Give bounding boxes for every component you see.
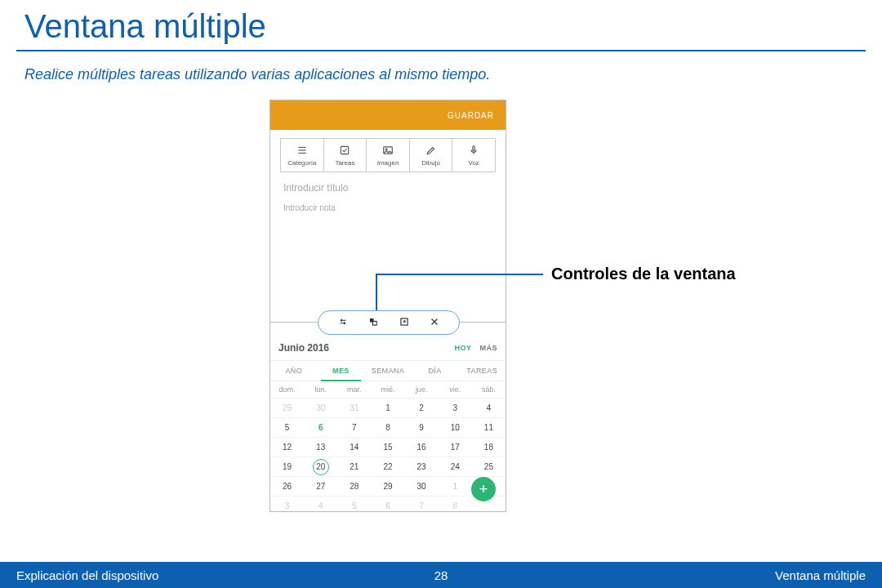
calendar-day[interactable]: 10: [439, 418, 472, 437]
notes-app-header: GUARDAR: [270, 100, 506, 130]
tool-label: Tareas: [335, 159, 354, 167]
calendar-day[interactable]: 6: [304, 418, 337, 437]
calendar-day[interactable]: 26: [270, 477, 304, 496]
tool-label: Imagen: [377, 159, 399, 167]
tool-label: Voz: [469, 159, 479, 167]
calendar-row: 567891011: [270, 417, 506, 437]
today-button[interactable]: HOY: [454, 344, 471, 352]
calendar-day[interactable]: 22: [371, 457, 404, 476]
swap-icon[interactable]: [337, 316, 349, 330]
drag-content-icon[interactable]: [368, 316, 379, 330]
more-button[interactable]: MÁS: [480, 344, 498, 352]
dow-label: mié.: [371, 381, 404, 398]
notes-toolbar: Categoría Tareas Imagen: [280, 138, 496, 172]
footer-topic: Ventana múltiple: [775, 568, 866, 582]
calendar-day[interactable]: 19: [270, 457, 304, 476]
calendar-day[interactable]: 4: [472, 399, 506, 417]
calendar-day[interactable]: 1: [371, 399, 404, 417]
calendar-day: 31: [337, 399, 371, 417]
calendar-row: 19202122232425: [270, 457, 506, 476]
calendar-day: 8: [439, 497, 472, 515]
calendar-day: 29: [270, 399, 304, 417]
note-title-field[interactable]: Introducir título: [270, 177, 506, 198]
svg-point-5: [385, 148, 387, 149]
title-divider: [16, 50, 866, 51]
calendar-tab[interactable]: TAREAS: [458, 361, 506, 381]
calendar-day[interactable]: 7: [337, 418, 371, 437]
dow-label: vie.: [439, 381, 472, 398]
page-subtitle: Realice múltiples tareas utilizando vari…: [0, 66, 882, 100]
callout-connector: [376, 274, 377, 310]
page-title: Ventana múltiple: [0, 0, 882, 50]
tool-image[interactable]: Imagen: [367, 139, 410, 172]
calendar-day: 1: [439, 477, 472, 496]
calendar-day[interactable]: 16: [405, 438, 439, 457]
calendar-view-tabs: AÑOMESSEMANADÍATAREAS: [270, 360, 506, 381]
dow-label: lun.: [304, 381, 337, 398]
calendar-day[interactable]: 8: [371, 418, 404, 437]
callout-label: Controles de la ventana: [551, 265, 736, 283]
calendar-tab[interactable]: AÑO: [270, 361, 318, 381]
dow-label: dom.: [270, 381, 304, 398]
calendar-day[interactable]: 18: [472, 438, 506, 457]
calendar-day: 4: [304, 497, 337, 515]
calendar-row: 262728293012: [270, 476, 506, 496]
calendar-tab[interactable]: MES: [318, 361, 365, 381]
page-footer: Explicación del dispositivo 28 Ventana m…: [0, 562, 882, 588]
calendar-app: Junio 2016 HOY MÁS AÑOMESSEMANADÍATAREAS…: [270, 336, 506, 511]
calendar-day[interactable]: 12: [270, 438, 304, 457]
calendar-row: 12131415161718: [270, 437, 506, 457]
calendar-tab[interactable]: SEMANA: [364, 361, 412, 381]
calendar-day[interactable]: 13: [304, 438, 337, 457]
calendar-month-label[interactable]: Junio 2016: [278, 342, 446, 354]
window-controls: [318, 310, 460, 335]
dow-label: mar.: [337, 381, 371, 398]
close-icon[interactable]: [429, 316, 440, 330]
dow-label: jue.: [405, 381, 439, 398]
calendar-day[interactable]: 2: [405, 399, 439, 417]
calendar-day[interactable]: 28: [337, 477, 371, 496]
divider-line: [270, 322, 318, 323]
calendar-day: 7: [405, 497, 439, 515]
calendar-day[interactable]: 24: [439, 457, 472, 476]
calendar-day[interactable]: 17: [439, 438, 472, 457]
calendar-day[interactable]: 20: [304, 457, 337, 476]
expand-icon[interactable]: [399, 316, 410, 330]
calendar-day[interactable]: 5: [270, 418, 304, 437]
calendar-row: 2930311234: [270, 398, 506, 417]
svg-rect-3: [341, 146, 349, 154]
save-button[interactable]: GUARDAR: [448, 111, 494, 120]
calendar-day: 5: [337, 497, 371, 515]
tool-voice[interactable]: Voz: [452, 139, 495, 172]
calendar-day[interactable]: 23: [405, 457, 439, 476]
tool-tasks[interactable]: Tareas: [324, 139, 368, 172]
calendar-day[interactable]: 15: [371, 438, 404, 457]
device-screenshot: GUARDAR Categoría Tareas: [270, 100, 506, 512]
calendar-day[interactable]: 9: [405, 418, 439, 437]
calendar-day[interactable]: 11: [472, 418, 506, 437]
calendar-day[interactable]: 3: [439, 399, 472, 417]
calendar-day: 30: [304, 399, 337, 417]
calendar-grid: 2930311234567891011121314151617181920212…: [270, 398, 506, 515]
calendar-row: 345678: [270, 496, 506, 515]
calendar-day[interactable]: 21: [337, 457, 371, 476]
window-handle[interactable]: [270, 310, 506, 335]
calendar-day[interactable]: 27: [304, 477, 337, 496]
calendar-dow-row: dom.lun.mar.mié.jue.vie.sáb.: [270, 381, 506, 398]
calendar-day: 3: [270, 497, 304, 515]
tool-label: Dibujo: [421, 159, 440, 167]
calendar-day[interactable]: 30: [405, 477, 439, 496]
calendar-day[interactable]: 29: [371, 477, 404, 496]
microphone-icon: [468, 145, 479, 158]
divider-line: [460, 322, 506, 323]
tool-drawing[interactable]: Dibujo: [410, 139, 453, 172]
page-number: 28: [434, 568, 448, 582]
calendar-day[interactable]: 25: [472, 457, 506, 476]
checkbox-icon: [339, 145, 350, 158]
tool-category[interactable]: Categoría: [281, 139, 324, 172]
calendar-tab[interactable]: DÍA: [412, 361, 459, 381]
add-event-fab[interactable]: +: [471, 477, 496, 501]
note-body-field[interactable]: Introducir nota: [270, 198, 506, 217]
calendar-day[interactable]: 14: [337, 438, 371, 457]
tool-label: Categoría: [287, 159, 316, 167]
